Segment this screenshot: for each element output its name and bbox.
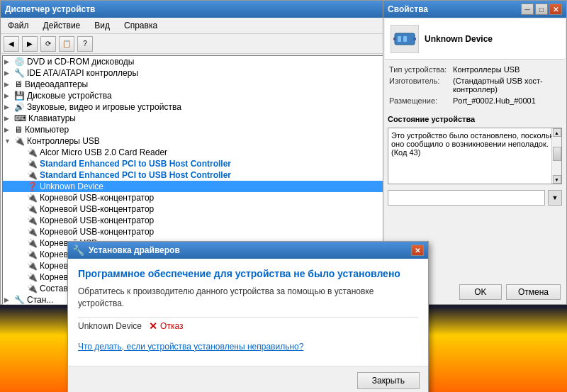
usb-icon: 🔌 [14, 136, 25, 146]
prop-row-location: Размещение: Port_#0002.Hub_#0001 [389, 96, 561, 105]
expander-alcor [17, 149, 27, 156]
properties-titlebar: Свойства ─ □ ✕ [383, 1, 566, 18]
std-pci-1-icon: 🔌 [27, 159, 38, 169]
prop-close-button[interactable]: ✕ [549, 4, 562, 15]
dialog-titlebar: 🔧 Установка драйверов ✕ [68, 242, 428, 259]
status-text-inner: Это устройство было остановлено, посколь… [388, 128, 562, 184]
prop-dropdown[interactable] [388, 190, 545, 206]
dialog-title-area: 🔧 Установка драйверов [72, 245, 180, 256]
expander-usb[interactable]: ▼ [4, 138, 14, 145]
prop-manufacturer-label: Изготовитель: [389, 77, 453, 85]
install-dialog: 🔧 Установка драйверов ✕ Программное обес… [67, 241, 429, 392]
svg-rect-4 [413, 38, 416, 40]
prop-device-icon [391, 25, 419, 53]
dialog-header-text: Программное обеспечение для устройства н… [78, 267, 418, 280]
prop-manufacturer-value: (Стандартный USB хост-контроллер) [453, 77, 561, 94]
menu-help[interactable]: Справка [120, 19, 162, 32]
dialog-device-name: Unknown Device [78, 321, 142, 331]
dvd-icon: 💿 [14, 57, 25, 67]
disk-icon: 💾 [14, 91, 25, 101]
expander-dvd[interactable]: ▶ [4, 58, 14, 65]
menu-file[interactable]: Файл [4, 19, 33, 32]
toolbar-help[interactable]: ? [77, 36, 93, 52]
expander-keyboard[interactable]: ▶ [4, 115, 14, 122]
device-manager-title: Диспетчер устройств [5, 4, 95, 14]
menu-action[interactable]: Действие [39, 19, 85, 32]
dialog-device-row: Unknown Device ✕ Отказ [78, 317, 418, 335]
dialog-help-link[interactable]: Что делать, если устройства установлены … [78, 342, 303, 352]
status-scrollbar[interactable]: ▲ ▼ [551, 128, 561, 184]
svg-rect-2 [403, 36, 407, 42]
dialog-close-button[interactable]: Закрыть [357, 372, 420, 389]
prop-dropdown-area: ▼ [388, 190, 562, 206]
expander-std-pci-2 [17, 172, 27, 179]
dialog-title-text: Установка драйверов [89, 245, 180, 255]
dvd-label: DVD и CD-ROM дисководы [27, 57, 134, 67]
toolbar-refresh[interactable]: ⟳ [40, 36, 56, 52]
keyboard-icon: ⌨ [14, 113, 26, 123]
video-label: Видеоадаптеры [25, 79, 88, 89]
expander-computer[interactable]: ▶ [4, 126, 14, 133]
dialog-status-text: Отказ [160, 321, 183, 331]
prop-type-value: Контроллеры USB [453, 65, 561, 74]
menu-view[interactable]: Вид [90, 19, 114, 32]
prop-location-value: Port_#0002.Hub_#0001 [453, 96, 561, 105]
prop-location-label: Размещение: [389, 96, 453, 105]
alcor-icon: 🔌 [27, 147, 38, 157]
properties-title: Свойства [388, 4, 428, 14]
prop-device-header: Unknown Device [385, 19, 565, 60]
status-text-area: Это устройство было остановлено, посколь… [388, 128, 562, 184]
prop-dropdown-arrow[interactable]: ▼ [548, 190, 562, 206]
cancel-button[interactable]: Отмена [506, 284, 561, 300]
disk-label: Дисковые устройства [27, 91, 112, 101]
expander-ide[interactable]: ▶ [4, 69, 14, 77]
prop-device-name: Unknown Device [425, 34, 493, 44]
prop-minimize-button[interactable]: ─ [521, 4, 534, 15]
toolbar-properties[interactable]: 📋 [59, 36, 74, 52]
dialog-close-x-button[interactable]: ✕ [411, 245, 424, 256]
scroll-thumb[interactable] [553, 147, 561, 161]
prop-maximize-button[interactable]: □ [535, 4, 548, 15]
std-pci-2-label: Standard Enhanced PCI to USB Host Contro… [40, 170, 231, 180]
dialog-controls: ✕ [411, 245, 424, 256]
expander-std-pci-1 [17, 160, 27, 167]
svg-rect-1 [398, 36, 401, 42]
expander-video[interactable]: ▶ [4, 81, 14, 88]
dialog-footer: Закрыть [68, 366, 428, 392]
prop-row-manufacturer: Изготовитель: (Стандартный USB хост-конт… [389, 77, 561, 94]
dialog-body: Программное обеспечение для устройства н… [68, 259, 428, 366]
computer-icon: 🖥 [14, 125, 23, 135]
toolbar-forward[interactable]: ▶ [22, 36, 38, 52]
prop-fields: Тип устройства: Контроллеры USB Изготови… [383, 61, 566, 112]
prop-type-label: Тип устройства: [389, 65, 453, 74]
svg-rect-3 [393, 38, 396, 40]
prop-row-type: Тип устройства: Контроллеры USB [389, 65, 561, 74]
sound-label: Звуковые, видео и игровые устройства [27, 102, 181, 112]
alcor-label: Alcor Micro USB 2.0 Card Reader [40, 147, 167, 157]
unknown-label: Unknown Device [40, 181, 103, 191]
std-pci-1-label: Standard Enhanced PCI to USB Host Contro… [40, 159, 231, 169]
keyboard-label: Клавиатуры [28, 113, 76, 123]
toolbar-back[interactable]: ◀ [4, 36, 19, 52]
dialog-status-row: ✕ Отказ [149, 320, 183, 332]
ide-label: IDE ATA/ATAPI контроллеры [27, 68, 138, 78]
status-text: Это устройство было остановлено, посколь… [391, 131, 557, 157]
std-pci-2-icon: 🔌 [27, 170, 38, 180]
computer-label: Компьютер [25, 125, 69, 135]
expander-disk[interactable]: ▶ [4, 92, 14, 99]
expander-sound[interactable]: ▶ [4, 103, 14, 111]
dialog-title-icon: 🔧 [72, 245, 84, 256]
prop-titlebar-controls: ─ □ ✕ [521, 4, 562, 15]
sound-icon: 🔊 [14, 102, 25, 112]
scroll-up-arrow[interactable]: ▲ [553, 128, 561, 137]
ok-button[interactable]: OK [459, 284, 502, 300]
usb-label: Контроллеры USB [27, 136, 100, 146]
status-section-label: Состояние устройства [388, 115, 562, 123]
error-icon: ✕ [149, 320, 157, 332]
expander-unknown [17, 183, 27, 190]
ide-icon: 🔧 [14, 68, 25, 78]
unknown-icon: ❓ [27, 181, 38, 191]
dialog-description: Обратитесь к производителю данного устро… [78, 286, 418, 310]
scroll-down-arrow[interactable]: ▼ [553, 175, 561, 184]
video-icon: 🖥 [14, 79, 23, 89]
